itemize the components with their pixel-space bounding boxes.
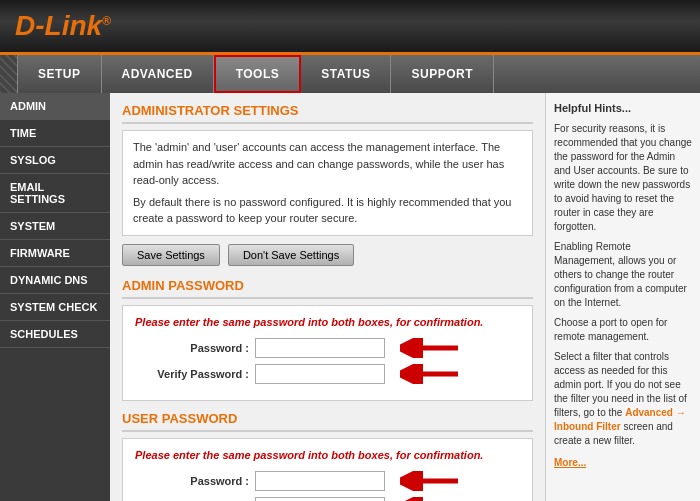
nav-advanced[interactable]: ADVANCED (102, 55, 214, 93)
admin-password-title: ADMIN PASSWORD (122, 278, 533, 299)
save-settings-button[interactable]: Save Settings (122, 244, 220, 266)
sidebar-item-system[interactable]: SYSTEM (0, 213, 110, 240)
right-panel: Helpful Hints... For security reasons, i… (545, 93, 700, 501)
nav-support[interactable]: SUPPORT (391, 55, 494, 93)
sidebar-item-system-check[interactable]: SYSTEM CHECK (0, 294, 110, 321)
user-password-title: USER PASSWORD (122, 411, 533, 432)
nav-status[interactable]: STATUS (301, 55, 391, 93)
content-area: ADMINISTRATOR SETTINGS The 'admin' and '… (110, 93, 545, 501)
admin-password-input[interactable] (255, 338, 385, 358)
sidebar-item-syslog[interactable]: SYSLOG (0, 147, 110, 174)
settings-buttons: Save Settings Don't Save Settings (122, 244, 533, 266)
main-layout: ADMIN TIME SYSLOG EMAIL SETTINGS SYSTEM … (0, 93, 700, 501)
user-password-hint: Please enter the same password into both… (135, 449, 520, 461)
sidebar-item-dynamic-dns[interactable]: DYNAMIC DNS (0, 267, 110, 294)
logo-mark: ® (102, 14, 111, 28)
user-password-arrow-icon (400, 471, 460, 491)
user-verify-row: Verify Password : (135, 497, 520, 502)
admin-verify-input[interactable] (255, 364, 385, 384)
nav-tools[interactable]: TOOLS (214, 55, 302, 93)
navbar: SETUP ADVANCED TOOLS STATUS SUPPORT (0, 55, 700, 93)
admin-verify-label: Verify Password : (135, 368, 255, 380)
sidebar-item-admin[interactable]: ADMIN (0, 93, 110, 120)
helpful-text3: Choose a port to open for remote managem… (554, 316, 692, 344)
more-link[interactable]: More... (554, 457, 586, 468)
user-password-row: Password : (135, 471, 520, 491)
admin-password-section: Please enter the same password into both… (122, 305, 533, 401)
helpful-title: Helpful Hints... (554, 101, 692, 116)
nav-setup[interactable]: SETUP (18, 55, 102, 93)
admin-verify-arrow-icon (400, 364, 460, 384)
nav-stripe (0, 55, 18, 93)
helpful-text1: For security reasons, it is recommended … (554, 122, 692, 234)
admin-password-label: Password : (135, 342, 255, 354)
user-password-section: Please enter the same password into both… (122, 438, 533, 502)
sidebar-item-firmware[interactable]: FIRMWARE (0, 240, 110, 267)
admin-text1: The 'admin' and 'user' accounts can acce… (133, 139, 522, 189)
sidebar-item-schedules[interactable]: SCHEDULES (0, 321, 110, 348)
user-password-label: Password : (135, 475, 255, 487)
helpful-text2: Enabling Remote Management, allows you o… (554, 240, 692, 310)
admin-verify-row: Verify Password : (135, 364, 520, 384)
logo-text: D-Link (15, 10, 102, 41)
admin-password-hint: Please enter the same password into both… (135, 316, 520, 328)
sidebar-item-email-settings[interactable]: EMAIL SETTINGS (0, 174, 110, 213)
admin-password-arrow-icon (400, 338, 460, 358)
admin-settings-info: The 'admin' and 'user' accounts can acce… (122, 130, 533, 236)
header: D-Link® (0, 0, 700, 55)
dont-save-settings-button[interactable]: Don't Save Settings (228, 244, 354, 266)
admin-settings-title: ADMINISTRATOR SETTINGS (122, 103, 533, 124)
helpful-text4: Select a filter that controls access as … (554, 350, 692, 448)
logo: D-Link® (15, 10, 111, 42)
user-verify-arrow-icon (400, 497, 460, 502)
sidebar-item-time[interactable]: TIME (0, 120, 110, 147)
admin-text2: By default there is no password configur… (133, 194, 522, 227)
user-password-input[interactable] (255, 471, 385, 491)
admin-password-row: Password : (135, 338, 520, 358)
sidebar: ADMIN TIME SYSLOG EMAIL SETTINGS SYSTEM … (0, 93, 110, 501)
user-verify-input[interactable] (255, 497, 385, 502)
